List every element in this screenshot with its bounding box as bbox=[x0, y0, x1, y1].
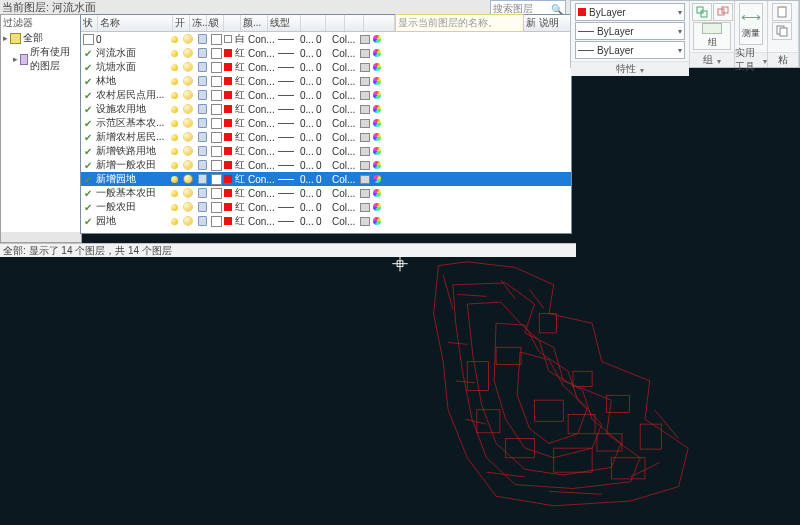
freeze-toggle[interactable] bbox=[181, 88, 195, 102]
layer-row[interactable]: ✔新增农村居民...红Con...0...0Col... bbox=[81, 130, 571, 144]
on-toggle[interactable] bbox=[167, 116, 181, 130]
col-plotstyle[interactable] bbox=[364, 15, 395, 31]
plot-checkbox[interactable] bbox=[209, 46, 223, 60]
col-status[interactable]: 状 bbox=[81, 15, 98, 31]
color-cell[interactable]: 红 bbox=[223, 102, 247, 116]
plot-checkbox[interactable] bbox=[209, 172, 223, 186]
freeze-toggle[interactable] bbox=[181, 214, 195, 228]
lock-toggle[interactable] bbox=[195, 60, 209, 74]
plotstyle-cell[interactable]: Col... bbox=[331, 214, 359, 228]
linetype-cell[interactable]: Con... bbox=[247, 116, 277, 130]
lineweight-cell[interactable] bbox=[277, 74, 299, 88]
trans2-cell[interactable]: 0 bbox=[315, 186, 331, 200]
layer-row[interactable]: ✔新增铁路用地红Con...0...0Col... bbox=[81, 144, 571, 158]
col-plot-ck[interactable] bbox=[224, 15, 241, 31]
trans2-cell[interactable]: 0 bbox=[315, 32, 331, 46]
lineweight-cell[interactable] bbox=[277, 60, 299, 74]
lineweight-cell[interactable] bbox=[277, 88, 299, 102]
col-transparency[interactable] bbox=[326, 15, 345, 31]
drawing-area[interactable] bbox=[0, 256, 800, 525]
plotstyle-cell[interactable]: Col... bbox=[331, 158, 359, 172]
plot-checkbox[interactable] bbox=[209, 144, 223, 158]
trans2-cell[interactable]: 0 bbox=[315, 74, 331, 88]
color-cell[interactable]: 红 bbox=[223, 144, 247, 158]
freeze-toggle[interactable] bbox=[181, 60, 195, 74]
ungroup-button[interactable] bbox=[713, 3, 733, 21]
on-toggle[interactable] bbox=[167, 144, 181, 158]
freeze-toggle[interactable] bbox=[181, 200, 195, 214]
lineweight-cell[interactable] bbox=[277, 116, 299, 130]
plotstyle-cell[interactable]: Col... bbox=[331, 186, 359, 200]
color-cell[interactable]: 红 bbox=[223, 116, 247, 130]
freeze-toggle[interactable] bbox=[181, 32, 195, 46]
color-cell[interactable]: 红 bbox=[223, 186, 247, 200]
lock-toggle[interactable] bbox=[195, 172, 209, 186]
layer-row[interactable]: ✔河流水面红Con...0...0Col... bbox=[81, 46, 571, 60]
trans2-cell[interactable]: 0 bbox=[315, 116, 331, 130]
freeze-toggle[interactable] bbox=[181, 130, 195, 144]
plotstyle-cell[interactable]: Col... bbox=[331, 46, 359, 60]
lineweight-cell[interactable] bbox=[277, 172, 299, 186]
on-toggle[interactable] bbox=[167, 200, 181, 214]
lock-toggle[interactable] bbox=[195, 102, 209, 116]
trans2-cell[interactable]: 0 bbox=[315, 214, 331, 228]
measure-button[interactable]: ⟷ 测量 bbox=[739, 3, 763, 45]
freeze-toggle[interactable] bbox=[181, 46, 195, 60]
on-toggle[interactable] bbox=[167, 186, 181, 200]
linetype-cell[interactable]: Con... bbox=[247, 102, 277, 116]
freeze-toggle[interactable] bbox=[181, 102, 195, 116]
col-lock[interactable]: 锁 bbox=[207, 15, 224, 31]
linetype-cell[interactable]: Con... bbox=[247, 200, 277, 214]
lock-toggle[interactable] bbox=[195, 116, 209, 130]
trans-cell[interactable]: 0... bbox=[299, 172, 315, 186]
on-toggle[interactable] bbox=[167, 102, 181, 116]
linetype-cell[interactable]: Con... bbox=[247, 60, 277, 74]
plotstyle-cell[interactable]: Col... bbox=[331, 172, 359, 186]
lineweight-cell[interactable] bbox=[277, 46, 299, 60]
linetype-cell[interactable]: Con... bbox=[247, 158, 277, 172]
color-cell[interactable]: 红 bbox=[223, 158, 247, 172]
layer-row[interactable]: ✔园地红Con...0...0Col... bbox=[81, 214, 571, 228]
trans2-cell[interactable]: 0 bbox=[315, 144, 331, 158]
plot-checkbox[interactable] bbox=[209, 32, 223, 46]
trans-cell[interactable]: 0... bbox=[299, 102, 315, 116]
plot-checkbox[interactable] bbox=[209, 60, 223, 74]
trans-cell[interactable]: 0... bbox=[299, 214, 315, 228]
lock-toggle[interactable] bbox=[195, 32, 209, 46]
linetype-cell[interactable]: Con... bbox=[247, 88, 277, 102]
plot-checkbox[interactable] bbox=[209, 214, 223, 228]
trans-cell[interactable]: 0... bbox=[299, 158, 315, 172]
linetype-cell[interactable]: Con... bbox=[247, 186, 277, 200]
plotstyle-cell[interactable]: Col... bbox=[331, 200, 359, 214]
linetype-cell[interactable]: Con... bbox=[247, 144, 277, 158]
trans2-cell[interactable]: 0 bbox=[315, 158, 331, 172]
copy-button[interactable] bbox=[772, 22, 792, 40]
trans-cell[interactable]: 0... bbox=[299, 186, 315, 200]
linetype-cell[interactable]: Con... bbox=[247, 172, 277, 186]
lock-toggle[interactable] bbox=[195, 130, 209, 144]
group-main-button[interactable]: 组 bbox=[693, 22, 731, 50]
plotstyle-cell[interactable]: Col... bbox=[331, 102, 359, 116]
trans2-cell[interactable]: 0 bbox=[315, 46, 331, 60]
lineweight-cell[interactable] bbox=[277, 186, 299, 200]
trans-cell[interactable]: 0... bbox=[299, 74, 315, 88]
linetype-cell[interactable]: Con... bbox=[247, 130, 277, 144]
color-cell[interactable]: 白 bbox=[223, 32, 247, 46]
lock-toggle[interactable] bbox=[195, 186, 209, 200]
on-toggle[interactable] bbox=[167, 46, 181, 60]
color-cell[interactable]: 红 bbox=[223, 172, 247, 186]
color-cell[interactable]: 红 bbox=[223, 214, 247, 228]
group-button[interactable] bbox=[692, 3, 712, 21]
freeze-toggle[interactable] bbox=[181, 158, 195, 172]
color-combo[interactable]: ByLayer ▾ bbox=[575, 3, 685, 21]
plot-checkbox[interactable] bbox=[209, 186, 223, 200]
plotstyle-cell[interactable]: Col... bbox=[331, 32, 359, 46]
layer-row[interactable]: 0白Con...0...0Col... bbox=[81, 32, 571, 46]
col-name[interactable]: 名称 bbox=[98, 15, 173, 31]
freeze-toggle[interactable] bbox=[181, 74, 195, 88]
lineweight-cell[interactable] bbox=[277, 200, 299, 214]
linetype-cell[interactable]: Con... bbox=[247, 46, 277, 60]
trans2-cell[interactable]: 0 bbox=[315, 130, 331, 144]
filter-node-all[interactable]: ▸ 全部 bbox=[1, 31, 81, 45]
on-toggle[interactable] bbox=[167, 172, 181, 186]
